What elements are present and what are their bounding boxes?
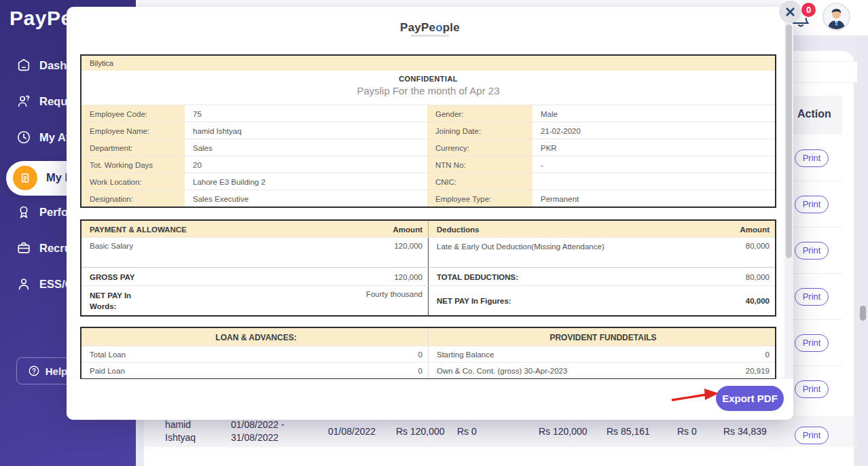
- export-pdf-button[interactable]: Export PDF: [716, 386, 784, 411]
- info-label: Employee Code:: [82, 105, 185, 122]
- loan-value: 0: [312, 363, 428, 378]
- total-pay-cell: Rs 120,000: [539, 426, 587, 437]
- info-value: Sales: [185, 139, 427, 156]
- sidebar-item-ess[interactable]: ESS/O: [16, 276, 73, 291]
- earning-amount: 120,000: [312, 238, 428, 267]
- gross-pay-amount: 120,000: [312, 268, 428, 285]
- payslip-icon: [13, 166, 37, 190]
- net-pay-cell: Rs 34,839: [723, 426, 767, 437]
- info-label: Gender:: [427, 105, 532, 122]
- payslip-title: Payslip For the month of Apr 23: [82, 85, 775, 96]
- sidebar-item-dashboard[interactable]: Dashb: [16, 58, 73, 73]
- deductions-header: Deductions: [428, 221, 659, 237]
- paypeople-logo: PayPeople: [67, 21, 793, 35]
- info-label: Tot. Working Days: [82, 156, 185, 173]
- total-deductions-label: TOTAL DEDUCTIONS:: [428, 268, 659, 285]
- info-label: Work Location:: [82, 173, 185, 190]
- info-value: Male: [532, 105, 775, 122]
- logo-tagline: [411, 35, 449, 37]
- info-label: Joining Date:: [427, 122, 532, 139]
- annotation-arrow: [669, 386, 723, 408]
- loan-advances-header: LOAN & ADVANCES:: [82, 328, 428, 346]
- info-value: 75: [185, 105, 427, 122]
- confidential-label: CONFIDENTIAL: [82, 75, 775, 83]
- deduction-cell: Rs 85,161: [607, 426, 650, 437]
- gross-pay-cell: Rs 120,000: [396, 426, 445, 437]
- print-button[interactable]: Print: [795, 242, 829, 259]
- page-scrollbar[interactable]: [857, 35, 868, 466]
- sidebar-item-my-attendance[interactable]: My Att: [16, 130, 73, 145]
- user-avatar[interactable]: [822, 3, 850, 31]
- loan-value: 0: [312, 346, 428, 362]
- employee-name-cell: hamidIshtyaq: [165, 418, 196, 444]
- notification-count-badge: 0: [800, 1, 817, 18]
- award-icon: [16, 204, 31, 219]
- payment-header: PAYMENT & ALLOWANCE: [82, 221, 312, 237]
- modal-scrollbar[interactable]: [784, 7, 793, 379]
- info-label: NTN No:: [427, 156, 532, 173]
- print-button[interactable]: Print: [795, 288, 829, 306]
- person-icon: [16, 276, 31, 291]
- pf-value: 20,919: [659, 363, 775, 378]
- pf-label: Own & Co. Cont. (gross) 30-Apr-2023: [428, 363, 659, 378]
- earning-label: Basic Salary: [82, 238, 312, 267]
- action-column-header: Action: [797, 108, 831, 120]
- clock-icon: [16, 130, 31, 145]
- info-value: 20: [185, 156, 427, 173]
- deduction-amount: 80,000: [659, 238, 775, 267]
- deduction-label: Late & Early Out Deduction(Missing Atten…: [428, 238, 659, 267]
- info-value: Lahore E3 Building 2: [185, 173, 427, 190]
- info-value: PKR: [532, 139, 775, 156]
- help-button-label: Help: [46, 365, 68, 377]
- bonus-cell: Rs 0: [457, 426, 477, 437]
- pay-period-cell: 01/08/2022 -31/08/2022: [231, 418, 285, 444]
- payment-deductions-table: PAYMENT & ALLOWANCE Amount Deductions Am…: [80, 219, 776, 317]
- info-label: CNIC:: [427, 173, 532, 190]
- loan-provident-table: LOAN & ADVANCES: PROVIDENT FUNDDETAILS T…: [80, 327, 776, 380]
- pay-date-cell: 01/08/2022: [328, 426, 376, 437]
- info-label: Designation:: [82, 190, 185, 207]
- info-label: Employee Type:: [427, 190, 532, 207]
- total-deductions-amount: 80,000: [659, 268, 775, 285]
- tax-cell: Rs 0: [677, 426, 697, 437]
- app-root: Action Print Print Print Print Print Pri…: [0, 0, 868, 466]
- info-label: Employee Name:: [82, 122, 185, 139]
- company-name: Bilytica: [82, 56, 775, 71]
- amount-header: Amount: [659, 221, 775, 237]
- modal-scrollbar-thumb[interactable]: [786, 24, 792, 258]
- pf-value: 0: [659, 346, 775, 362]
- info-value: [532, 173, 775, 190]
- info-value: -: [532, 156, 775, 173]
- user-question-icon: [16, 94, 31, 109]
- print-button[interactable]: Print: [795, 334, 829, 352]
- pf-label: Starting Balance: [428, 346, 659, 362]
- help-icon: [28, 365, 40, 377]
- payslip-title-block: CONFIDENTIAL Payslip For the month of Ap…: [82, 71, 775, 105]
- loan-label: Total Loan: [82, 346, 312, 362]
- dashboard-icon: [16, 58, 31, 73]
- info-label: Currency:: [427, 139, 532, 156]
- page-scrollbar-thumb[interactable]: [860, 306, 866, 321]
- net-pay-words-value: Fourty thousand: [312, 286, 428, 315]
- print-button[interactable]: Print: [795, 196, 829, 213]
- employee-info-table: Bilytica CONFIDENTIAL Payslip For the mo…: [80, 54, 776, 208]
- print-button[interactable]: Print: [795, 380, 829, 398]
- net-pay-words-label: NET PAY In Words:: [82, 286, 312, 315]
- close-icon: [785, 7, 795, 17]
- sidebar-item-performance[interactable]: Perfor: [16, 204, 73, 219]
- amount-header: Amount: [312, 221, 428, 237]
- net-pay-figures-value: 40,000: [659, 286, 775, 315]
- info-value: Sales Executive: [185, 190, 427, 207]
- print-button[interactable]: Print: [795, 427, 829, 444]
- sidebar-item-recruitment[interactable]: Recrui: [16, 240, 74, 255]
- briefcase-icon: [16, 240, 31, 255]
- info-value: hamid Ishtyaq: [185, 122, 427, 139]
- sidebar-item-requests[interactable]: Reque: [16, 94, 73, 109]
- net-pay-figures-label: NET PAY In Figures:: [428, 286, 659, 315]
- info-label: Department:: [82, 139, 185, 156]
- print-button[interactable]: Print: [795, 149, 829, 167]
- provident-fund-header: PROVIDENT FUNDDETAILS: [428, 328, 775, 346]
- payslip-preview-modal: PayPeople Bilytica CONFIDENTIAL Payslip …: [67, 7, 793, 420]
- close-modal-button[interactable]: [779, 1, 801, 23]
- gross-pay-label: GROSS PAY: [82, 268, 312, 285]
